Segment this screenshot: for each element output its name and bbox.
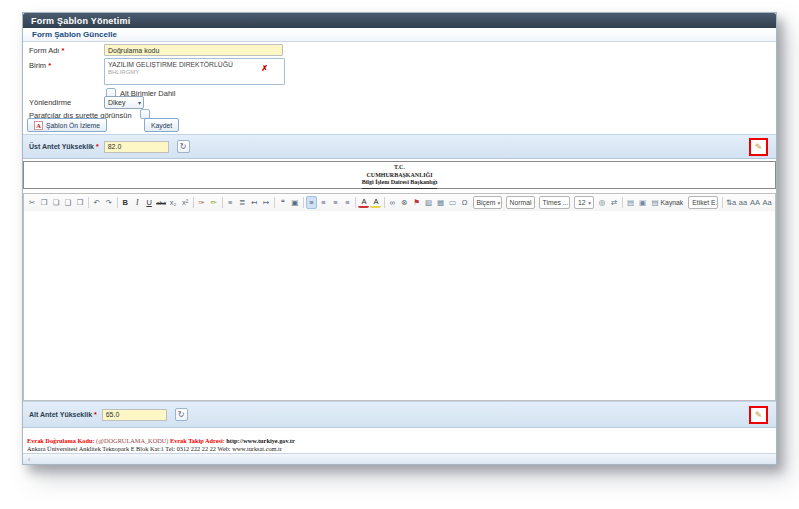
link-icon[interactable]: ∞	[387, 196, 398, 209]
lowercase-icon[interactable]: aa	[737, 196, 748, 209]
indent-icon[interactable]: ↦	[261, 196, 272, 209]
refresh-icon[interactable]: ↻	[177, 140, 190, 153]
format-select-value: Normal	[510, 199, 532, 206]
toolbar-separator	[88, 197, 89, 208]
edit-ust-antet-button[interactable]: ✎	[749, 138, 768, 156]
clear-birim-icon[interactable]: ✗	[261, 64, 268, 73]
uppercase-icon[interactable]: AA	[749, 196, 760, 209]
toolbar-separator	[384, 197, 385, 208]
bottom-scrollbar[interactable]: ‹	[23, 453, 776, 464]
undo-icon[interactable]: ↶	[91, 196, 102, 209]
font-size-select[interactable]: 12▾	[574, 196, 594, 209]
birim-code: BHLIRGMY	[108, 69, 281, 75]
capitalize-icon[interactable]: Aa	[761, 196, 772, 209]
superscript-icon[interactable]: x²	[180, 196, 191, 209]
toolbar-separator	[222, 197, 223, 208]
cut-icon[interactable]: ✂	[27, 196, 38, 209]
source-button[interactable]: ▤Kaynak	[648, 196, 686, 209]
takip-label: Evrak Takip Adresi:	[170, 437, 225, 444]
pencil-icon: ✎	[755, 410, 763, 420]
underline-icon[interactable]: U	[144, 196, 155, 209]
ust-antet-band: Üst Antet Yükseklik * ↻ ✎	[23, 134, 776, 159]
kaydet-button[interactable]: Kaydet	[144, 118, 179, 132]
form-adi-label: Form Adı *	[29, 46, 64, 55]
select-all-icon[interactable]: ▤	[625, 196, 636, 209]
remove-format-icon[interactable]: ✏	[208, 196, 219, 209]
outdent-icon[interactable]: ↤	[249, 196, 260, 209]
save-button-label: Kaydet	[151, 122, 172, 129]
redo-icon[interactable]: ↷	[103, 196, 114, 209]
image-icon[interactable]: ▧	[423, 196, 434, 209]
toolbar-separator	[303, 197, 304, 208]
pdf-icon: A	[34, 121, 43, 130]
horizontal-rule-icon[interactable]: ▭	[447, 196, 458, 209]
align-center-icon[interactable]: ≡	[318, 196, 329, 209]
toolbar-separator	[722, 197, 723, 208]
editor-toolbar: ✂❐❏❑❒↶↷BIUabcx₂x²✑✏≡≣↤↦❝▣≡≡≡≡AA∞⊗⚑▧▦▭ΩBi…	[23, 193, 776, 212]
letterhead-line2: CUMHURBAŞKANLIĞI	[366, 172, 432, 180]
yonlendirme-select[interactable]: Dikey ▾	[104, 96, 144, 109]
yonlendirme-label: Yönlendirme	[29, 98, 71, 107]
unlink-icon[interactable]: ⊗	[399, 196, 410, 209]
chevron-down-icon: ▾	[138, 99, 141, 106]
birim-label: Birim *	[29, 61, 51, 70]
align-right-icon[interactable]: ≡	[330, 196, 341, 209]
source-button-icon: ▤	[651, 198, 658, 207]
birim-picker[interactable]: YAZILIM GELİŞTİRME DİREKTÖRLÜĞÜ BHLIRGMY…	[104, 58, 285, 85]
tag-insert-select[interactable]: Etiket E...▾	[688, 196, 718, 209]
letterhead-line1: T.C.	[394, 164, 405, 172]
copy-formatting-icon[interactable]: ✑	[196, 196, 207, 209]
maximize-icon[interactable]: ▣	[637, 196, 648, 209]
text-color-icon[interactable]: A	[358, 197, 369, 208]
form-adi-input[interactable]	[104, 44, 283, 56]
strikethrough-icon[interactable]: abc	[156, 196, 167, 209]
table-icon[interactable]: ▦	[435, 196, 446, 209]
alt-antet-input[interactable]	[102, 409, 167, 421]
swap-case-icon[interactable]: ⇅a	[725, 196, 736, 209]
takip-url: http://www.turkiye.gov.tr	[226, 437, 294, 444]
anchor-icon[interactable]: ⚑	[411, 196, 422, 209]
font-size-select-value: 12	[578, 199, 586, 206]
numbered-list-icon[interactable]: ≡	[225, 196, 236, 209]
page-title: Form Şablon Yönetimi	[31, 16, 130, 26]
letterhead-preview: T.C. CUMHURBAŞKANLIĞI Bilgi İşlem Daires…	[23, 161, 776, 189]
required-mark: *	[62, 46, 65, 55]
subscript-icon[interactable]: x₂	[168, 196, 179, 209]
tab-label: Form Şablon Güncelle	[32, 30, 117, 39]
edit-alt-antet-button[interactable]: ✎	[749, 406, 768, 424]
refresh-icon[interactable]: ↻	[175, 408, 188, 421]
copy-icon[interactable]: ❐	[39, 196, 50, 209]
sablon-on-izleme-button[interactable]: A Şablon Ön İzleme	[27, 118, 107, 132]
preview-button-label: Şablon Ön İzleme	[46, 122, 100, 129]
dogrulama-label: Evrak Doğrulama Kodu:	[27, 437, 95, 444]
bulleted-list-icon[interactable]: ≣	[237, 196, 248, 209]
blockquote-icon[interactable]: ❝	[277, 196, 288, 209]
font-select[interactable]: Times ...▾	[539, 196, 570, 209]
paste-icon[interactable]: ❏	[51, 196, 62, 209]
page: Form Şablon Yönetimi Form Şablon Güncell…	[0, 0, 799, 509]
replace-icon[interactable]: ⇄	[608, 196, 619, 209]
paste-plain-text-icon[interactable]: ❑	[63, 196, 74, 209]
style-select[interactable]: Biçem▾	[473, 196, 502, 209]
chevron-down-icon: ▾	[497, 200, 500, 206]
editor-content-area[interactable]	[23, 211, 776, 401]
ust-antet-input[interactable]	[104, 141, 169, 153]
div-container-icon[interactable]: ▣	[289, 196, 300, 209]
align-left-icon[interactable]: ≡	[306, 196, 317, 209]
chevron-down-icon: ▾	[533, 200, 534, 206]
paste-from-word-icon[interactable]: ❒	[75, 196, 86, 209]
alt-antet-label: Alt Antet Yükseklik *	[29, 411, 97, 418]
highlight-color-icon[interactable]: A	[370, 197, 381, 208]
align-justify-icon[interactable]: ≡	[342, 196, 353, 209]
ust-antet-label: Üst Antet Yükseklik *	[29, 143, 99, 150]
special-char-icon[interactable]: Ω	[459, 196, 470, 209]
footer-address-line: Ankara Üniversitesi Anklitek Teknopark E…	[27, 445, 282, 452]
bold-icon[interactable]: B	[120, 196, 131, 209]
find-icon[interactable]: ◎	[596, 196, 607, 209]
scroll-left-arrow-icon: ‹	[28, 456, 30, 463]
style-select-value: Biçem	[477, 199, 496, 206]
source-button-label: Kaynak	[661, 199, 684, 206]
italic-icon[interactable]: I	[132, 196, 143, 209]
tab-form-sablon-guncelle[interactable]: Form Şablon Güncelle	[23, 28, 776, 42]
format-select[interactable]: Normal▾	[506, 196, 535, 209]
